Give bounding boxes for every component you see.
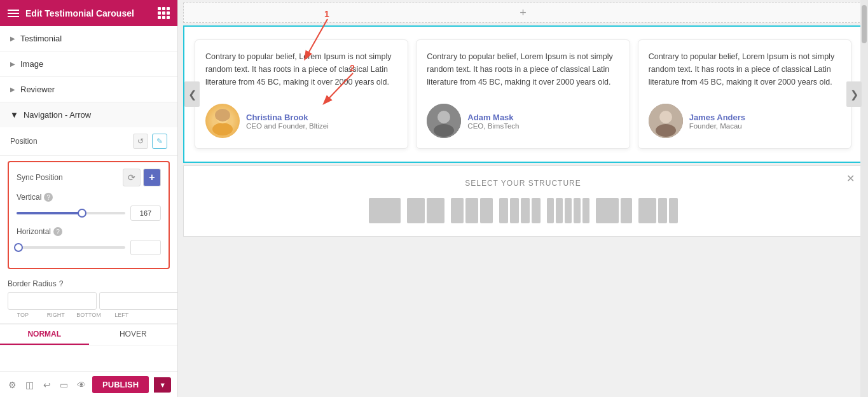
struct-col-5d — [574, 198, 581, 223]
hamburger-icon[interactable] — [8, 10, 19, 17]
left-panel: Edit Testimonial Carousel ▶ Testimonial … — [0, 0, 178, 397]
reviewer-name-2: Adam Mask — [467, 113, 519, 122]
vertical-slider-thumb[interactable] — [78, 209, 86, 218]
vertical-input[interactable]: 167 — [130, 205, 161, 221]
right-panel: + ❮ Contrary to popular belief, Lorem Ip… — [178, 0, 868, 397]
nav-arrow-left[interactable]: ❮ — [184, 81, 200, 107]
struct-col-u3a — [638, 198, 656, 223]
structure-2col[interactable] — [407, 198, 444, 223]
reviewer-row-2: Adam Mask CEO, BimsTech — [427, 97, 619, 138]
vertical-help-icon[interactable]: ? — [44, 193, 53, 202]
reviewer-row-1: Christina Brook CEO and Founder, Bltizei — [205, 97, 397, 138]
border-radius-help-icon[interactable]: ? — [59, 279, 64, 288]
border-labels: TOP RIGHT BOTTOM LEFT — [8, 312, 170, 318]
svg-point-5 — [437, 111, 450, 123]
structure-1col[interactable] — [369, 198, 401, 223]
avatar-image-2 — [427, 104, 461, 138]
sidebar-item-image[interactable]: ▶ Image — [0, 52, 177, 77]
struct-col-u2a — [596, 198, 619, 223]
horizontal-label: Horizontal — [17, 227, 51, 236]
position-controls: ↺ ✎ — [133, 134, 167, 149]
vertical-label: Vertical — [17, 193, 41, 202]
sidebar-item-reviewer[interactable]: ▶ Reviewer — [0, 77, 177, 102]
history-icon[interactable]: ↩ — [41, 377, 53, 393]
reviewer-info-3: James Anders Founder, Macau — [689, 113, 745, 130]
border-top-input[interactable] — [8, 292, 97, 310]
sync-add-button[interactable]: + — [143, 169, 161, 186]
svg-point-8 — [659, 111, 672, 123]
settings-icon[interactable]: ⚙ — [6, 377, 18, 393]
chevron-right-icon: ▶ — [10, 86, 15, 93]
sync-buttons: ⟳ + — [123, 169, 161, 186]
eye-icon[interactable]: 👁 — [75, 377, 87, 393]
svg-point-3 — [215, 109, 230, 122]
chevron-down-icon: ▼ — [10, 110, 18, 120]
right-scrollbar[interactable] — [860, 0, 868, 397]
horizontal-slider-track[interactable] — [17, 246, 125, 249]
publish-button[interactable]: PUBLISH — [92, 376, 149, 393]
structure-3col[interactable] — [451, 198, 493, 223]
publish-dropdown-button[interactable]: ▼ — [154, 377, 171, 393]
struct-col-3a — [451, 198, 464, 223]
horizontal-property: Horizontal ? — [17, 227, 161, 255]
svg-point-1 — [212, 123, 233, 136]
bottom-toolbar: ⚙ ◫ ↩ ▭ 👁 PUBLISH ▼ — [0, 372, 177, 397]
position-label: Position — [10, 137, 38, 146]
position-refresh-button[interactable]: ↺ — [133, 134, 148, 149]
nav-arrow-right[interactable]: ❯ — [846, 81, 862, 107]
struct-col-5e — [582, 198, 589, 223]
border-right-input[interactable] — [99, 292, 177, 310]
chevron-right-icon: ▶ — [10, 60, 15, 67]
position-edit-button[interactable]: ✎ — [152, 134, 167, 149]
panel-content: ▶ Testimonial ▶ Image ▶ Reviewer ▼ Navig… — [0, 26, 177, 372]
tab-hover[interactable]: HOVER — [89, 324, 178, 345]
horizontal-help-icon[interactable]: ? — [53, 227, 62, 236]
structure-unequal-3col[interactable] — [638, 198, 678, 223]
sync-reset-button[interactable]: ⟳ — [123, 169, 141, 186]
struct-col-2a — [407, 198, 425, 223]
reviewer-name-3: James Anders — [689, 113, 745, 122]
grid-icon[interactable] — [158, 7, 170, 19]
struct-col-5b — [556, 198, 563, 223]
structure-selector: SELECT YOUR STRUCTURE ✕ — [183, 165, 863, 237]
horizontal-slider-thumb[interactable] — [14, 243, 23, 252]
structure-5col[interactable] — [547, 198, 589, 223]
horizontal-input[interactable] — [130, 240, 161, 255]
refresh-icon: ↺ — [137, 137, 144, 146]
reviewer-row-3: James Anders Founder, Macau — [649, 97, 841, 138]
structure-close-button[interactable]: ✕ — [846, 172, 855, 185]
card-text-1: Contrary to popular belief, Lorem Ipsum … — [205, 50, 397, 88]
tab-normal[interactable]: NORMAL — [0, 324, 89, 345]
panel-title: Edit Testimonial Carousel — [25, 8, 151, 18]
reviewer-title-1: CEO and Founder, Bltizei — [246, 122, 329, 130]
layers-icon[interactable]: ◫ — [24, 377, 36, 393]
plus-icon: + — [149, 172, 155, 183]
reviewer-name-1: Christina Brook — [246, 113, 329, 122]
card-text-3: Contrary to popular belief, Lorem Ipsum … — [649, 50, 841, 88]
responsive-icon[interactable]: ▭ — [58, 377, 70, 393]
struct-col-u3c — [669, 198, 678, 223]
card-text-2: Contrary to popular belief, Lorem Ipsum … — [427, 50, 619, 88]
avatar-1 — [205, 104, 240, 138]
sidebar-item-testimonial[interactable]: ▶ Testimonial — [0, 26, 177, 52]
struct-col-4c — [521, 198, 530, 223]
struct-col-2b — [427, 198, 444, 223]
avatar-image-3 — [649, 104, 683, 138]
structure-unequal-2col[interactable] — [596, 198, 632, 223]
chevron-right-icon: ▶ — [10, 35, 15, 42]
svg-point-6 — [434, 124, 454, 137]
vertical-slider-track[interactable] — [17, 212, 125, 214]
sidebar-item-navigation-arrow[interactable]: ▼ Navigation - Arrow — [0, 102, 177, 127]
avatar-image-1 — [205, 104, 240, 138]
avatar-3 — [649, 104, 683, 138]
carousel-card-3: Contrary to popular belief, Lorem Ipsum … — [638, 39, 851, 149]
struct-col-5a — [547, 198, 554, 223]
canvas-area: + ❮ Contrary to popular belief, Lorem Ip… — [178, 0, 868, 397]
add-section-bar[interactable]: + — [183, 3, 863, 23]
structure-4col[interactable] — [499, 198, 541, 223]
svg-point-9 — [656, 124, 676, 137]
image-label: Image — [20, 59, 43, 69]
sync-position-label: Sync Position — [17, 173, 63, 182]
border-left-label: LEFT — [106, 312, 137, 318]
struct-col-5c — [565, 198, 572, 223]
